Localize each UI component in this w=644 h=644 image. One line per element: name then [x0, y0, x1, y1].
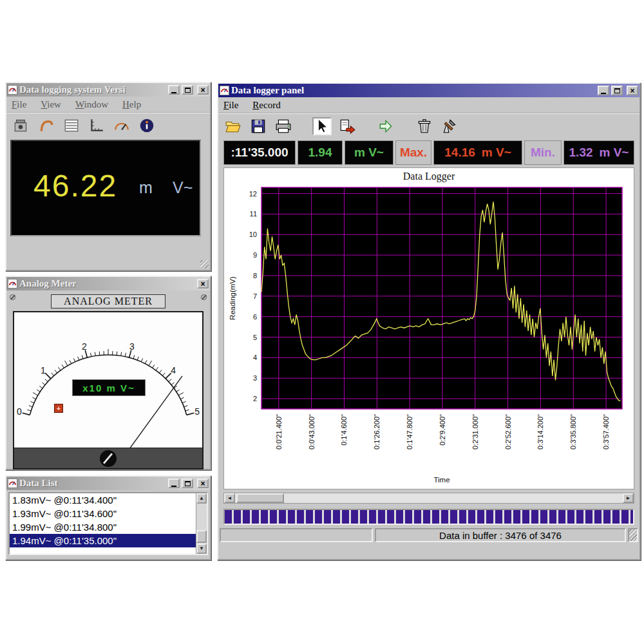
close-button[interactable]: × — [627, 86, 638, 95]
list-window: Data List × 1.83mV~ @0:11'34.400" 1.93mV… — [5, 475, 211, 560]
acquire-device-icon[interactable] — [12, 117, 31, 135]
scroll-left-icon[interactable]: ◄ — [224, 493, 235, 503]
cursor-tool-icon[interactable] — [312, 117, 332, 135]
minimize-button[interactable] — [168, 478, 180, 488]
svg-text:4: 4 — [171, 365, 176, 375]
vertical-scrollbar[interactable]: ▲ ▼ — [196, 493, 207, 554]
meter-probe-icon[interactable] — [37, 117, 56, 135]
svg-text:5: 5 — [194, 406, 200, 417]
resize-grip[interactable] — [200, 260, 209, 269]
meter-titlebar[interactable]: Analog Meter × — [6, 277, 210, 290]
resize-grip[interactable] — [628, 528, 638, 542]
app-icon — [8, 279, 17, 289]
list-item[interactable]: 1.93mV~ @0:11'34.600" — [10, 507, 196, 520]
close-button[interactable]: × — [197, 279, 209, 289]
adjust-knob[interactable] — [100, 450, 117, 467]
gauge-icon[interactable] — [112, 117, 131, 135]
scroll-up-icon[interactable]: ▲ — [196, 493, 207, 504]
print-icon[interactable] — [274, 117, 293, 135]
window-title: Data logger panel — [231, 85, 596, 96]
status-cell-empty — [220, 528, 373, 542]
line-chart: 234567891011120:0'21.400"0:0'43.000"0:1'… — [225, 182, 632, 486]
svg-text:8: 8 — [253, 272, 257, 279]
svg-text:10: 10 — [249, 231, 257, 238]
panel-window: Data logger panel × File Record :11'35.0… — [217, 82, 641, 560]
list-item[interactable]: 1.99mV~ @0:11'34.800" — [10, 520, 196, 534]
screw-icon — [10, 294, 15, 300]
maximize-button[interactable] — [611, 86, 623, 95]
svg-text:0:1'4.600": 0:1'4.600" — [340, 414, 348, 446]
current-unit-readout: m V~ — [345, 140, 393, 165]
menu-help[interactable]: Help — [122, 99, 141, 110]
menu-window[interactable]: Window — [75, 99, 108, 110]
buffer-progress-bar — [223, 509, 634, 525]
scroll-down-icon[interactable]: ▼ — [196, 544, 207, 554]
export-data-icon[interactable] — [337, 117, 357, 135]
app-icon — [8, 85, 17, 95]
logging-window: Data logging system Versi × File View Wi… — [5, 82, 211, 271]
svg-text:1: 1 — [41, 365, 46, 375]
svg-text:0:0'21.400": 0:0'21.400" — [275, 414, 283, 450]
svg-text:4: 4 — [253, 354, 257, 361]
max-value: 14.16 — [444, 146, 475, 160]
list-titlebar[interactable]: Data List × — [6, 477, 210, 490]
app-icon — [8, 478, 17, 488]
svg-text:12: 12 — [249, 190, 257, 198]
scrollbar-thumb[interactable] — [236, 493, 284, 503]
horizontal-scrollbar[interactable]: ◄ ► — [223, 493, 634, 504]
data-list: 1.83mV~ @0:11'34.400" 1.93mV~ @0:11'34.6… — [8, 492, 208, 555]
app-icon — [220, 86, 229, 95]
chart-panel: Data Logger 234567891011120:0'21.400"0:0… — [223, 167, 634, 489]
menu-file[interactable]: File — [223, 100, 238, 111]
minimize-button[interactable] — [168, 85, 180, 95]
close-button[interactable]: × — [197, 478, 209, 488]
svg-text:3: 3 — [129, 341, 135, 352]
maximize-button[interactable] — [182, 85, 193, 95]
list-item[interactable]: 1.83mV~ @0:11'34.400" — [10, 493, 196, 507]
about-info-icon[interactable] — [137, 117, 156, 135]
scroll-right-icon[interactable]: ► — [623, 493, 634, 503]
window-title: Analog Meter — [19, 278, 195, 289]
maximize-button[interactable] — [182, 478, 193, 488]
min-value: 1.32 — [569, 146, 593, 160]
delete-trash-icon[interactable] — [415, 117, 434, 135]
svg-text:9: 9 — [253, 251, 257, 259]
max-label: Max. — [395, 140, 431, 165]
panel-titlebar[interactable]: Data logger panel × — [218, 84, 639, 97]
svg-text:7: 7 — [253, 292, 257, 300]
data-list-icon[interactable] — [62, 117, 81, 135]
graph-icon[interactable] — [87, 117, 106, 135]
menu-view[interactable]: View — [41, 99, 61, 110]
svg-text:5: 5 — [253, 334, 257, 341]
range-lcd: x10 m V~ — [72, 379, 146, 396]
current-value-readout: 1.94 — [298, 140, 343, 165]
panel-toolbar — [218, 113, 639, 138]
svg-text:2: 2 — [82, 341, 87, 352]
digital-readout-display: 46.22 m V~ — [10, 140, 201, 236]
logging-toolbar — [6, 113, 210, 137]
svg-text:0:1'26.200": 0:1'26.200" — [373, 414, 381, 450]
menu-record[interactable]: Record — [252, 100, 280, 111]
svg-text:0: 0 — [17, 406, 22, 417]
svg-text:0:2'9.400": 0:2'9.400" — [439, 414, 446, 446]
settings-tools-icon[interactable] — [440, 117, 459, 135]
list-item-selected[interactable]: 1.94mV~ @0:11'35.000" — [10, 534, 196, 547]
open-file-icon[interactable] — [223, 117, 243, 135]
plus-button[interactable]: + — [54, 404, 63, 413]
close-button[interactable]: × — [197, 85, 209, 95]
meter-base-bar — [13, 448, 204, 469]
svg-text:0:1'47.800": 0:1'47.800" — [406, 414, 413, 450]
svg-text:0:3'57.400": 0:3'57.400" — [602, 414, 610, 450]
status-bar: Data in buffer : 3476 of 3476 — [220, 528, 638, 542]
svg-text:0:0'43.000": 0:0'43.000" — [308, 414, 316, 450]
reading-value: 46.22 — [33, 168, 117, 204]
scrollbar-thumb[interactable] — [196, 530, 207, 543]
minimize-button[interactable] — [598, 86, 609, 95]
buffer-status-text: Data in buffer : 3476 of 3476 — [375, 528, 626, 542]
svg-text:6: 6 — [253, 313, 257, 321]
start-logging-icon[interactable] — [376, 117, 395, 135]
min-label: Min. — [524, 140, 562, 165]
save-icon[interactable] — [249, 117, 268, 135]
logging-titlebar[interactable]: Data logging system Versi × — [6, 83, 210, 97]
menu-file[interactable]: File — [12, 99, 26, 110]
